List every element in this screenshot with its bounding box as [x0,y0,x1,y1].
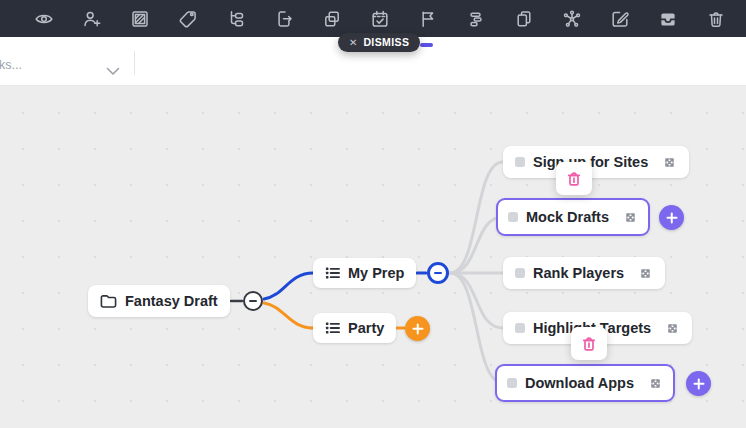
divider [134,51,135,75]
delete-node-button[interactable] [571,327,607,360]
flag-button[interactable] [418,9,438,29]
invite-user-button[interactable] [82,9,102,29]
chevron-down-icon[interactable] [106,62,120,71]
calendar-check-icon [370,9,390,29]
node-rank-players[interactable]: Rank Players [503,257,665,289]
expand-icon[interactable] [648,376,663,391]
node-label: Fantasy Draft [125,293,218,309]
copy-pages-button[interactable] [514,9,534,29]
expand-icon[interactable] [623,210,638,225]
node-download-apps[interactable]: Download Apps [495,364,675,402]
task-square-icon [515,268,525,278]
archive-icon [658,9,678,29]
add-child-party-button[interactable] [405,316,430,341]
task-square-icon [515,323,525,333]
node-sign-up-for-sites[interactable]: Sign up for Sites [503,146,689,178]
node-label: Mock Drafts [526,209,609,225]
tag-button[interactable] [178,9,198,29]
filter-dropdown-label[interactable]: ks... [0,58,22,72]
node-label: Party [348,320,384,336]
trash-icon [706,9,726,29]
expand-icon[interactable] [665,321,680,336]
node-label: Download Apps [525,375,634,391]
eye-icon [34,9,54,29]
subtask-tree-icon [226,9,246,29]
copy-pages-icon [514,9,534,29]
task-square-icon [508,212,518,222]
priority-list-icon [466,9,486,29]
dismiss-label: DISMISS [363,37,409,48]
task-square-icon [507,378,517,388]
calendar-check-button[interactable] [370,9,390,29]
priority-list-button[interactable] [466,9,486,29]
expand-icon[interactable] [662,155,677,170]
image-icon [130,9,150,29]
dependencies-button[interactable] [562,9,582,29]
tag-icon [178,9,198,29]
node-label: Rank Players [533,265,624,281]
expand-icon[interactable] [638,266,653,281]
trash-button[interactable] [706,9,726,29]
delete-node-button[interactable] [556,162,592,195]
mindmap-canvas[interactable]: Fantasy Draft My Prep Party Sign up for … [0,86,746,428]
add-sibling-download-apps-button[interactable] [686,371,711,396]
flag-icon [418,9,438,29]
list-icon [325,266,340,280]
list-icon [325,321,340,335]
task-square-icon [515,157,525,167]
duplicate-icon [322,9,342,29]
export-button[interactable] [274,9,294,29]
node-my-prep[interactable]: My Prep [313,258,416,288]
dismiss-button[interactable]: ✕ DISMISS [338,33,420,52]
dependencies-icon [562,9,582,29]
collapse-root-button[interactable] [243,291,263,311]
top-toolbar [0,0,746,37]
node-mock-drafts[interactable]: Mock Drafts [496,198,650,236]
node-party[interactable]: Party [313,313,396,343]
eye-button[interactable] [34,9,54,29]
subtask-tree-button[interactable] [226,9,246,29]
trash-icon [566,171,582,187]
node-fantasy-draft[interactable]: Fantasy Draft [88,285,230,317]
collapse-my-prep-button[interactable] [427,262,449,284]
archive-button[interactable] [658,9,678,29]
node-label: My Prep [348,265,404,281]
trash-icon [581,336,597,352]
folder-icon [100,294,117,309]
duplicate-button[interactable] [322,9,342,29]
edit-button[interactable] [610,9,630,29]
purple-accent-line [420,43,433,47]
edit-icon [610,9,630,29]
invite-user-icon [82,9,102,29]
image-button[interactable] [130,9,150,29]
export-icon [274,9,294,29]
add-sibling-mock-drafts-button[interactable] [659,205,684,230]
close-icon: ✕ [349,38,357,48]
